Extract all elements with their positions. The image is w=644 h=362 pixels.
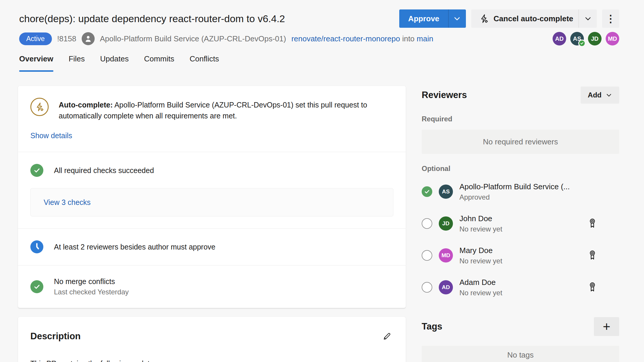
header-avatar-md[interactable]: MD: [606, 32, 619, 45]
reviewer-status: No review yet: [459, 289, 502, 297]
optional-reviewers-list: AS Apollo-Platform Build Service (... Ap…: [422, 180, 619, 299]
autocomplete-icon: [30, 98, 49, 116]
no-required-reviewers-box: No required reviewers: [422, 130, 619, 154]
cancel-autocomplete-dropdown-button[interactable]: [579, 9, 597, 28]
pr-sidebar: Reviewers Add Required No required revie…: [422, 86, 619, 362]
approve-split-button: Approve: [399, 9, 466, 28]
tab-commits[interactable]: Commits: [144, 54, 174, 72]
reviewer-avatar-jd: JD: [439, 216, 453, 231]
target-branch-link[interactable]: main: [417, 34, 433, 43]
view-checks-link[interactable]: View 3 checks: [44, 198, 91, 207]
reviewer-avatar-md: MD: [439, 248, 453, 262]
view-checks-box: View 3 checks: [30, 188, 393, 216]
description-heading: Description: [30, 331, 81, 342]
reviewer-avatar-ad: AD: [439, 280, 453, 294]
vote-none-icon: [422, 250, 432, 261]
reviewer-row-mary-doe[interactable]: MD Mary Doe No review yet: [422, 244, 619, 267]
reviewer-name: Mary Doe: [459, 246, 502, 255]
checks-success-icon: [30, 164, 43, 177]
tab-updates[interactable]: Updates: [100, 54, 129, 72]
header-avatars: AD AS JD MD: [553, 32, 619, 45]
vote-none-icon: [422, 218, 432, 229]
required-reviewer-ribbon-icon: [587, 217, 598, 230]
source-branch-link[interactable]: renovate/react-router-monorepo: [291, 34, 400, 43]
branch-info: renovate/react-router-monorepo into main: [291, 34, 433, 43]
person-icon: [84, 34, 93, 43]
pr-id: !8158: [57, 34, 76, 43]
reviewers-heading: Reviewers: [422, 90, 467, 100]
tab-files[interactable]: Files: [69, 54, 85, 72]
clock-icon: [30, 240, 43, 253]
description-body: This PR contains the following updates:: [30, 359, 393, 362]
more-options-icon: ⋮: [606, 13, 616, 25]
autocomplete-text: Auto-complete: Apollo-Platform Build Ser…: [59, 98, 389, 121]
approved-badge-icon: [578, 40, 586, 47]
header-actions: Approve Cancel auto-c: [399, 9, 619, 28]
status-badge: Active: [19, 32, 52, 45]
reviewer-name: John Doe: [459, 214, 502, 223]
cancel-autocomplete-split-button: Cancel auto-complete: [471, 9, 597, 28]
cancel-autocomplete-label: Cancel auto-complete: [494, 14, 573, 23]
required-reviewer-ribbon-icon: [587, 281, 598, 293]
pr-meta-row: Active !8158 Apollo-Platform Build Servi…: [19, 32, 619, 45]
add-reviewer-label: Add: [588, 91, 602, 99]
pr-author: Apollo-Platform Build Service (AZUP-CRL-…: [100, 34, 286, 43]
header-avatar-as[interactable]: AS: [570, 32, 584, 45]
reviewer-row-adam-doe[interactable]: AD Adam Doe No review yet: [422, 276, 619, 299]
edit-description-button[interactable]: [380, 330, 393, 343]
chevron-down-icon: [453, 15, 461, 22]
chevron-down-icon: [584, 15, 592, 22]
pr-tabs: Overview Files Updates Commits Conflicts: [19, 54, 619, 72]
reviewer-name: Adam Doe: [459, 278, 502, 287]
cancel-autocomplete-button[interactable]: Cancel auto-complete: [471, 9, 579, 28]
add-tag-button[interactable]: +: [594, 317, 619, 336]
add-reviewer-button[interactable]: Add: [581, 87, 619, 104]
merge-last-checked-text: Last checked Yesterday: [54, 288, 129, 296]
show-details-link[interactable]: Show details: [30, 131, 72, 140]
reviewer-avatar-as: AS: [439, 185, 453, 199]
reviewer-requirement-section: At least 2 reviewers besides author must…: [18, 228, 406, 265]
required-reviewer-ribbon-icon: [587, 249, 598, 262]
reviewer-status: No review yet: [459, 225, 502, 233]
tags-heading: Tags: [422, 321, 442, 332]
reviewer-requirement-text: At least 2 reviewers besides author must…: [54, 243, 216, 251]
reviewer-status: Approved: [459, 193, 570, 201]
header-avatar-ad[interactable]: AD: [553, 32, 566, 45]
tab-conflicts[interactable]: Conflicts: [190, 54, 219, 72]
status-card: Auto-complete: Apollo-Platform Build Ser…: [18, 86, 406, 308]
page-title: chore(deps): update dependency react-rou…: [19, 9, 285, 28]
autocomplete-section: Auto-complete: Apollo-Platform Build Ser…: [18, 86, 406, 152]
checks-section: All required checks succeeded View 3 che…: [18, 152, 406, 228]
reviewer-name: Apollo-Platform Build Service (...: [459, 182, 570, 191]
more-options-button[interactable]: ⋮: [602, 9, 619, 28]
pr-overview-main: Auto-complete: Apollo-Platform Build Ser…: [18, 86, 406, 362]
checks-status-text: All required checks succeeded: [54, 166, 154, 175]
branch-connector: into: [402, 34, 415, 43]
no-tags-box: No tags: [422, 346, 619, 362]
merge-status-section: No merge conflicts Last checked Yesterda…: [18, 265, 406, 308]
required-reviewers-label: Required: [422, 115, 619, 123]
chevron-down-icon: [606, 92, 612, 98]
reviewer-row-apollo[interactable]: AS Apollo-Platform Build Service (... Ap…: [422, 180, 619, 203]
vote-none-icon: [422, 282, 432, 293]
reviewer-row-john-doe[interactable]: JD John Doe No review yet: [422, 212, 619, 235]
pr-header: chore(deps): update dependency react-rou…: [0, 0, 644, 72]
autocomplete-label: Auto-complete:: [59, 101, 113, 109]
optional-reviewers-label: Optional: [422, 164, 619, 173]
lightning-gear-icon: [479, 14, 489, 24]
tab-overview[interactable]: Overview: [19, 54, 53, 72]
plus-icon: +: [603, 319, 610, 334]
description-card: Description This PR contains the followi…: [18, 317, 406, 362]
merge-status-text: No merge conflicts: [54, 277, 129, 286]
pencil-icon: [382, 332, 392, 341]
vote-approved-icon: [422, 186, 432, 197]
reviewer-status: No review yet: [459, 257, 502, 265]
approve-button[interactable]: Approve: [399, 9, 448, 28]
header-avatar-jd[interactable]: JD: [588, 32, 602, 45]
approve-dropdown-button[interactable]: [448, 9, 466, 28]
author-avatar: [82, 32, 95, 45]
merge-check-icon: [30, 280, 43, 293]
